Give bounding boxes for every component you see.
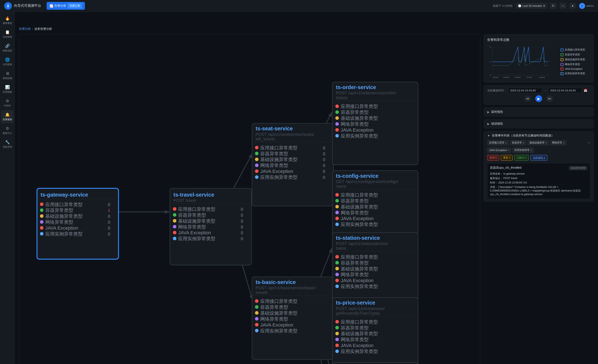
svg-point-126 (255, 329, 258, 332)
nav-right: 刷新于 4 分钟前 🕐 Last 30 minutes ▾ ↻ — ➤ 👤 ad… (493, 3, 594, 9)
status-tab-new[interactable]: 新增 0 (487, 155, 499, 161)
refresh-btn[interactable]: ↻ (550, 3, 556, 8)
svg-text:0: 0 (241, 230, 243, 235)
filter-tag-instance[interactable]: 应用实例异常 × (513, 147, 534, 153)
svg-text:网络异常类型: 网络异常类型 (260, 163, 288, 168)
filter-expand-btn[interactable]: ⌄ (587, 140, 590, 146)
alert-time-label: 时间： (490, 181, 498, 184)
legend-item-network: 网络异常类型 (561, 63, 590, 66)
svg-text:基础设施异常类型: 基础设施异常类型 (260, 157, 298, 162)
node-seat[interactable]: ts-seat-service POST /api/v1/seatservice… (252, 123, 333, 206)
status-tab-active[interactable]: 当前遗留 1 (531, 155, 547, 161)
filter-tag-infra[interactable]: 基础设施异常 × (527, 140, 549, 146)
svg-text:应用实例异常类型: 应用实例异常类型 (45, 231, 83, 237)
svg-text:ts-station-service: ts-station-service (336, 235, 380, 241)
sidebar-item-log-search[interactable]: 📋 日志检索 (1, 28, 14, 41)
delay-report-header[interactable]: ▶ 延时报告 (487, 110, 590, 114)
legend-item-instance: 应用实例异常类型 (561, 72, 590, 75)
skip-back-btn[interactable]: ⏮ (524, 95, 531, 102)
svg-point-139 (335, 273, 339, 276)
svg-text:0: 0 (490, 74, 491, 76)
user-menu[interactable]: 👤 admin (579, 3, 594, 9)
skip-forward-btn[interactable]: ⏭ (546, 95, 553, 102)
sidebar-item-infrastructure[interactable]: 🖥 基础设施 (1, 69, 14, 82)
filter-tag-api[interactable]: 应用接口异常 × (487, 140, 509, 146)
sidebar-item-label-middleware: 中间件 (4, 104, 11, 107)
svg-text:容器异常类型: 容器异常类型 (341, 110, 369, 115)
sidebar-item-global-resource[interactable]: 🌐 全局资源 (1, 55, 14, 68)
alert-events-section: ▼ 告警事件列表（当前所有节点播放时间段数据） 应用接口异常 × 容器异常 × … (484, 131, 594, 202)
sidebar-item-config-center[interactable]: ⚙ 配置中心 (1, 124, 14, 137)
node-route[interactable]: ts-route-service POST /api/v1/routeservi… (332, 363, 418, 364)
send-icon: ➤ (572, 4, 574, 8)
time-start-input[interactable] (508, 88, 542, 93)
svg-point-143 (335, 285, 339, 288)
svg-text:应用实例异常类型: 应用实例异常类型 (341, 222, 378, 227)
play-btn[interactable]: ▶ (535, 95, 542, 102)
service-topology-graph: ts-gateway-service 应用接口异常类型0 容器异常类型1 基础设… (19, 34, 480, 364)
svg-text:GET /api/v1/configservice/conf: GET /api/v1/configservice/configs/ (336, 179, 398, 184)
svg-point-133 (335, 255, 339, 259)
free-badge[interactable]: 免费公测 (67, 3, 82, 8)
sidebar-item-trace[interactable]: 🔗 链路追踪 (1, 41, 14, 54)
svg-text:1: 1 (108, 208, 110, 213)
time-range-btn[interactable]: 🕐 Last 30 minutes ▾ (516, 3, 547, 8)
infrastructure-icon: 🖥 (5, 71, 10, 76)
filter-tag-container[interactable]: 容器异常 × (510, 140, 526, 146)
filter-tag-container-remove[interactable]: × (523, 141, 524, 144)
legend-label-api: 应用接口异常类型 (565, 48, 585, 52)
sidebar-item-system-mgmt[interactable]: 🔧 系统管理 (1, 138, 14, 151)
node-travel[interactable]: ts-travel-service POST travel 应用接口异常类型0 … (170, 188, 251, 265)
legend-checkbox-infra[interactable] (561, 58, 564, 61)
send-btn[interactable]: ➤ (570, 3, 576, 8)
legend-checkbox-network[interactable] (561, 63, 564, 66)
alert-app-name-label: 应用名称： (490, 172, 503, 175)
sidebar-item-label-service-overview: 服务概览 (3, 22, 12, 25)
sidebar-item-alert-rules[interactable]: 🔔 告警规则 (1, 110, 14, 123)
calendar-icon[interactable]: 📅 (584, 89, 587, 92)
legend-item-container: 容器异常类型 (561, 53, 590, 57)
legend-checkbox-java[interactable] (561, 67, 564, 71)
alert-events-chevron[interactable]: ▼ (487, 134, 490, 137)
svg-point-118 (255, 305, 258, 309)
node-order[interactable]: ts-order-service POST /api/v1/orderservi… (332, 82, 418, 165)
sidebar-item-middleware[interactable]: ⚙ 中间件 (1, 97, 14, 109)
legend-checkbox-api[interactable] (561, 49, 564, 51)
nav-tab-alert[interactable]: 📈 告警分析 免费公测 (47, 2, 85, 10)
svg-text:ts-config-service: ts-config-service (336, 173, 378, 179)
status-tab-resolved[interactable]: 已解决 0 (514, 155, 529, 161)
breadcrumb-root[interactable]: 告警分析 (19, 27, 31, 31)
filter-tag-instance-remove[interactable]: × (531, 149, 532, 152)
filter-tag-infra-remove[interactable]: × (546, 141, 547, 144)
filter-tag-network[interactable]: 网络异常 × (550, 140, 566, 146)
svg-text:0: 0 (108, 232, 110, 236)
filter-tag-network-remove[interactable]: × (563, 141, 565, 144)
svg-text:15:40:00: 15:40:00 (503, 77, 509, 78)
clock-icon: 🕐 (518, 4, 521, 8)
time-row: 当前播放时间： → 📅 (487, 88, 590, 93)
filter-tag-java-remove[interactable]: × (508, 149, 509, 152)
svg-text:POST travel: POST travel (174, 198, 196, 203)
filter-tag-java-label: JAVA Exception (489, 149, 507, 152)
settings-btn[interactable]: — (560, 3, 566, 8)
legend-label-infra: 基础设施异常类型 (565, 58, 585, 61)
svg-text:0: 0 (241, 213, 243, 218)
node-basic[interactable]: ts-basic-service POST /api/v1/basicservi… (252, 277, 333, 360)
svg-text:15:46:00: 15:46:00 (515, 77, 521, 78)
filter-tag-api-remove[interactable]: × (505, 141, 507, 144)
node-gateway[interactable]: ts-gateway-service 应用接口异常类型0 容器异常类型1 基础设… (37, 188, 119, 259)
sidebar-item-app-metrics[interactable]: 📊 应用指标 (1, 83, 14, 96)
legend-checkbox-instance[interactable] (561, 72, 564, 75)
filter-tag-java[interactable]: JAVA Exception × (487, 147, 511, 153)
legend-checkbox-container[interactable] (561, 53, 564, 56)
status-tab-repeat[interactable]: 重复 0 (501, 155, 513, 161)
sidebar-item-label-infrastructure: 基础设施 (3, 77, 12, 80)
time-end-input[interactable] (548, 88, 582, 93)
error-report-header[interactable]: ▶ 错误报告 (487, 122, 590, 126)
svg-point-152 (335, 326, 339, 330)
chart-card: 告警和异常总数 2 1 0 (484, 34, 594, 82)
svg-point-14 (40, 202, 44, 206)
node-price[interactable]: ts-price-service POST /api/v1/priceservi… (332, 298, 418, 364)
sidebar-item-service-overview[interactable]: 🔥 服务概览 (1, 14, 14, 27)
svg-text:基础设施异常类型: 基础设施异常类型 (341, 115, 378, 121)
